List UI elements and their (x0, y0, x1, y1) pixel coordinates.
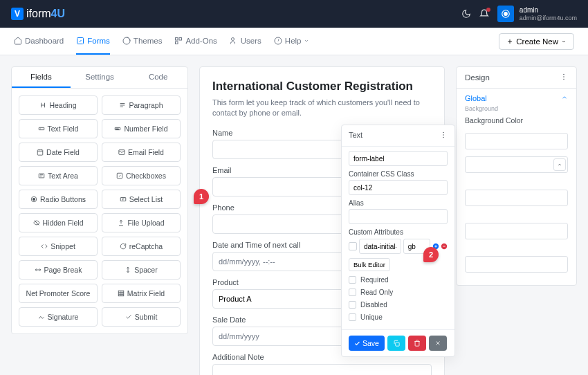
close-icon (434, 340, 441, 347)
design-input[interactable] (465, 190, 568, 206)
field-select-list[interactable]: Select List (102, 190, 181, 209)
create-new-button[interactable]: Create New (499, 33, 574, 50)
copy-icon (393, 340, 400, 347)
chevron-up-icon (561, 94, 568, 101)
kebab-icon[interactable] (560, 73, 568, 82)
check-read-only[interactable]: Read Only (349, 289, 448, 296)
left-panel: Fields Settings Code HeadingParagraphTex… (11, 66, 188, 334)
svg-rect-5 (176, 42, 178, 44)
trash-icon (414, 340, 421, 347)
field-checkboxes[interactable]: Checkboxes (102, 166, 181, 185)
chevron-down-icon (561, 39, 567, 44)
check-disabled[interactable]: Disabled (349, 301, 448, 309)
check-required[interactable]: Required (349, 276, 448, 284)
field-email-field[interactable]: Email Field (102, 143, 181, 162)
field-text-field[interactable]: Text Field (19, 119, 98, 138)
custom-attr-label: Custom Attributes (349, 228, 448, 236)
field-snippet[interactable]: Snippet (19, 237, 98, 256)
chevron-down-icon (304, 38, 309, 44)
nav-forms[interactable]: Forms (76, 28, 110, 55)
popover-save-button[interactable]: Save (349, 336, 385, 351)
svg-point-26 (443, 137, 444, 138)
svg-point-22 (563, 76, 564, 77)
field-hidden-field[interactable]: Hidden Field (19, 213, 98, 232)
callout-2: 2 (423, 247, 439, 262)
svg-rect-11 (37, 150, 43, 156)
popover-copy-button[interactable] (387, 336, 405, 351)
checkbox[interactable] (349, 289, 356, 296)
admin-name: admin (520, 6, 577, 15)
nav-addons[interactable]: Add-Ons (174, 28, 217, 55)
form-description: This form let you keep track of which cu… (212, 98, 432, 119)
logo[interactable]: V iform4U (11, 8, 65, 20)
topbar: V iform4U admin admin@iform4u.com (0, 0, 588, 28)
field-date-field[interactable]: Date Field (19, 143, 98, 162)
callout-1: 1 (194, 189, 209, 204)
nav-help[interactable]: Help (274, 28, 310, 55)
attr-checkbox[interactable] (349, 242, 357, 250)
bell-icon[interactable] (479, 9, 489, 19)
svg-point-21 (563, 74, 564, 75)
attr-key-input[interactable] (359, 239, 401, 254)
bg-color-label: Background Color (465, 116, 568, 125)
notification-dot (486, 8, 490, 12)
admin-menu[interactable]: admin admin@iform4u.com (497, 6, 577, 22)
svg-point-0 (504, 12, 508, 16)
admin-email: admin@iform4u.com (520, 15, 577, 22)
popover-delete-button[interactable] (408, 336, 426, 351)
nav-users[interactable]: Users (230, 28, 261, 55)
design-input[interactable] (465, 133, 568, 149)
field-net-promoter-score[interactable]: Net Promoter Score (19, 284, 98, 303)
field-matrix-field[interactable]: Matrix Field (102, 284, 181, 303)
nav-dashboard[interactable]: Dashboard (14, 28, 64, 55)
navbar: Dashboard Forms Themes Add-Ons Users Hel… (0, 28, 588, 55)
svg-rect-4 (179, 37, 182, 40)
input-note[interactable] (212, 364, 432, 375)
popover-close-button[interactable] (429, 336, 447, 351)
nav-themes[interactable]: Themes (122, 28, 163, 55)
tab-settings[interactable]: Settings (71, 67, 129, 88)
field-file-upload[interactable]: File Upload (102, 213, 181, 232)
svg-point-16 (33, 198, 35, 200)
kebab-icon[interactable] (439, 131, 448, 140)
svg-rect-18 (118, 291, 124, 296)
left-tabs: Fields Settings Code (12, 67, 187, 89)
field-recaptcha[interactable]: reCaptcha (102, 237, 181, 256)
checkbox[interactable] (349, 313, 356, 321)
svg-rect-17 (120, 198, 126, 201)
svg-point-23 (563, 79, 564, 80)
chevron-up-icon[interactable] (553, 158, 566, 171)
check-unique[interactable]: Unique (349, 313, 448, 321)
svg-rect-3 (176, 37, 178, 40)
design-panel: Design Global Background Background Colo… (456, 66, 577, 286)
design-input[interactable] (465, 156, 568, 173)
field-spacer[interactable]: Spacer (102, 260, 181, 280)
field-paragraph[interactable]: Paragraph (102, 95, 181, 115)
field-submit[interactable]: Submit (102, 307, 181, 327)
design-input[interactable] (465, 223, 568, 239)
popover-header: Text (342, 125, 454, 147)
field-number-field[interactable]: 123Number Field (102, 119, 181, 138)
bulk-editor-button[interactable]: Bulk Editor (349, 258, 390, 271)
field-signature[interactable]: Signature (19, 307, 98, 327)
tab-fields[interactable]: Fields (12, 67, 71, 88)
svg-rect-8 (39, 127, 44, 129)
checkbox[interactable] (349, 276, 356, 284)
remove-attr-icon[interactable] (441, 241, 448, 252)
global-section[interactable]: Global (465, 94, 568, 102)
alias-input[interactable] (349, 209, 448, 224)
logo-mark: V (11, 8, 24, 20)
design-input[interactable] (465, 256, 568, 273)
field-properties-popover: Text Container CSS Class Alias Custom At… (341, 125, 455, 357)
field-radio-buttons[interactable]: Radio Buttons (19, 190, 98, 209)
field-heading[interactable]: Heading (19, 95, 98, 115)
field-page-break[interactable]: Page Break (19, 260, 98, 280)
field-text-area[interactable]: Text Area (19, 166, 98, 185)
dark-mode-icon[interactable] (461, 9, 471, 19)
checkbox[interactable] (349, 301, 356, 309)
alias-label: Alias (349, 199, 448, 207)
avatar (497, 6, 514, 22)
tab-code[interactable]: Code (129, 67, 187, 88)
label-css-input[interactable] (349, 151, 448, 166)
container-css-input[interactable] (349, 180, 448, 195)
